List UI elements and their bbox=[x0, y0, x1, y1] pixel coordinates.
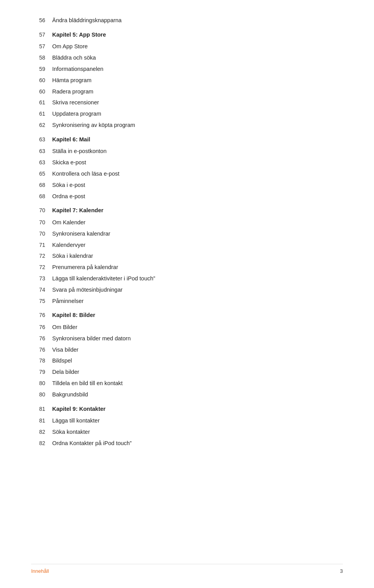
toc-item-ch5-5: 61Skriva recensioner bbox=[31, 98, 343, 107]
top-text: Ändra bläddringsknapparna bbox=[52, 16, 122, 25]
chapter-title-ch7: Kapitel 7: Kalender bbox=[52, 206, 103, 215]
item-page-num-ch7-7: 75 bbox=[31, 297, 45, 306]
item-text-ch6-2: Kontrollera och läsa e-post bbox=[52, 169, 120, 179]
item-text-ch5-0: Om App Store bbox=[52, 42, 88, 51]
toc-item-ch6-4: 68Ordna e-post bbox=[31, 192, 343, 201]
item-page-num-ch6-4: 68 bbox=[31, 192, 45, 201]
item-page-num-ch5-0: 57 bbox=[31, 42, 45, 51]
toc-item-ch8-4: 79Dela bilder bbox=[31, 367, 343, 377]
chapter-title-ch5: Kapitel 5: App Store bbox=[52, 30, 106, 40]
toc-item-ch7-1: 70Synkronisera kalendrar bbox=[31, 229, 343, 239]
item-page-num-ch5-2: 59 bbox=[31, 65, 45, 74]
toc-item-ch5-4: 60Radera program bbox=[31, 87, 343, 97]
toc-item-ch6-0: 63Ställa in e-postkonton bbox=[31, 146, 343, 156]
item-page-num-ch8-2: 76 bbox=[31, 345, 45, 355]
page-container: 56 Ändra bläddringsknapparna 57Kapitel 5… bbox=[0, 0, 374, 473]
toc-item-ch7-3: 72Söka i kalendrar bbox=[31, 251, 343, 261]
toc-item-ch9-1: 82Söka kontakter bbox=[31, 427, 343, 437]
toc-item-ch5-3: 60Hämta program bbox=[31, 76, 343, 85]
item-page-num-ch7-3: 72 bbox=[31, 252, 45, 261]
item-text-ch7-4: Prenumerera på kalendrar bbox=[52, 262, 118, 272]
item-text-ch9-0: Lägga till kontakter bbox=[52, 416, 100, 426]
item-page-num-ch7-5: 73 bbox=[31, 274, 45, 283]
toc-item-ch5-6: 61Uppdatera program bbox=[31, 109, 343, 119]
item-text-ch6-4: Ordna e-post bbox=[52, 192, 85, 201]
item-page-num-ch8-6: 80 bbox=[31, 390, 45, 400]
toc-item-ch8-0: 76Om Bilder bbox=[31, 322, 343, 332]
chapter-heading-ch7: 70Kapitel 7: Kalender bbox=[31, 205, 343, 216]
item-page-num-ch8-1: 76 bbox=[31, 334, 45, 343]
item-page-num-ch9-0: 81 bbox=[31, 416, 45, 426]
toc-item-ch9-0: 81Lägga till kontakter bbox=[31, 416, 343, 426]
toc-item-ch5-2: 59Informationspanelen bbox=[31, 64, 343, 74]
toc-item-ch8-3: 78Bildspel bbox=[31, 356, 343, 366]
item-page-num-ch5-4: 60 bbox=[31, 87, 45, 97]
item-page-num-ch8-4: 79 bbox=[31, 368, 45, 377]
chapter-heading-ch8: 76Kapitel 8: Bilder bbox=[31, 310, 343, 321]
item-text-ch8-5: Tilldela en bild till en kontakt bbox=[52, 379, 123, 388]
item-page-num-ch6-2: 65 bbox=[31, 169, 45, 179]
toc-item-ch7-4: 72Prenumerera på kalendrar bbox=[31, 262, 343, 272]
item-text-ch5-7: Synkronisering av köpta program bbox=[52, 120, 135, 130]
item-text-ch9-1: Söka kontakter bbox=[52, 427, 90, 437]
chapter-title-ch6: Kapitel 6: Mail bbox=[52, 135, 90, 144]
item-page-num-ch5-5: 61 bbox=[31, 98, 45, 107]
toc-item-ch7-7: 75Påminnelser bbox=[31, 296, 343, 306]
toc-item-ch7-2: 71Kalendervyer bbox=[31, 240, 343, 250]
chapter-title-ch9: Kapitel 9: Kontakter bbox=[52, 404, 106, 414]
toc-item-ch7-5: 73Lägga till kalenderaktiviteter i iPod … bbox=[31, 274, 343, 283]
item-page-num-ch8-3: 78 bbox=[31, 356, 45, 366]
item-page-num-ch8-0: 76 bbox=[31, 323, 45, 332]
item-page-num-ch9-2: 82 bbox=[31, 439, 45, 448]
toc-item-ch5-0: 57Om App Store bbox=[31, 42, 343, 51]
item-text-ch5-1: Bläddra och söka bbox=[52, 53, 96, 63]
item-page-num-ch6-1: 63 bbox=[31, 158, 45, 167]
footer-label: Innehåll bbox=[31, 568, 49, 574]
item-text-ch5-6: Uppdatera program bbox=[52, 109, 101, 119]
toc-item-ch6-2: 65Kontrollera och läsa e-post bbox=[31, 169, 343, 179]
footer-page-num: 3 bbox=[340, 568, 343, 574]
item-page-num-ch7-4: 72 bbox=[31, 263, 45, 272]
chapter-page-num-ch8: 76 bbox=[31, 311, 45, 320]
chapters-container: 57Kapitel 5: App Store57Om App Store58Bl… bbox=[31, 29, 343, 448]
chapter-heading-ch5: 57Kapitel 5: App Store bbox=[31, 29, 343, 40]
toc-item-ch6-3: 68Söka i e-post bbox=[31, 180, 343, 190]
item-page-num-ch7-0: 70 bbox=[31, 218, 45, 227]
item-text-ch6-0: Ställa in e-postkonton bbox=[52, 146, 106, 156]
item-text-ch5-2: Informationspanelen bbox=[52, 64, 103, 74]
toc-item-ch5-7: 62Synkronisering av köpta program bbox=[31, 120, 343, 130]
item-text-ch7-6: Svara på mötesinbjudningar bbox=[52, 285, 123, 295]
item-text-ch9-2: Ordna Kontakter på iPod touch” bbox=[52, 438, 132, 448]
item-page-num-ch6-0: 63 bbox=[31, 147, 45, 156]
toc-top-entry: 56 Ändra bläddringsknapparna bbox=[31, 16, 343, 25]
item-text-ch7-1: Synkronisera kalendrar bbox=[52, 229, 110, 239]
item-page-num-ch7-2: 71 bbox=[31, 241, 45, 250]
item-text-ch8-2: Visa bilder bbox=[52, 345, 78, 355]
item-page-num-ch5-3: 60 bbox=[31, 76, 45, 85]
chapter-title-ch8: Kapitel 8: Bilder bbox=[52, 310, 95, 320]
item-text-ch7-0: Om Kalender bbox=[52, 218, 85, 227]
chapter-heading-ch9: 81Kapitel 9: Kontakter bbox=[31, 403, 343, 415]
toc-item-ch5-1: 58Bläddra och söka bbox=[31, 53, 343, 63]
toc-item-ch8-2: 76Visa bilder bbox=[31, 345, 343, 355]
footer: Innehåll 3 bbox=[31, 564, 343, 574]
chapter-page-num-ch9: 81 bbox=[31, 405, 45, 414]
item-text-ch8-6: Bakgrundsbild bbox=[52, 390, 88, 400]
chapter-page-num-ch7: 70 bbox=[31, 206, 45, 215]
toc-item-ch8-6: 80Bakgrundsbild bbox=[31, 390, 343, 400]
top-page-num: 56 bbox=[31, 16, 45, 25]
item-text-ch7-2: Kalendervyer bbox=[52, 240, 85, 250]
item-text-ch7-3: Söka i kalendrar bbox=[52, 251, 93, 261]
toc-item-ch6-1: 63Skicka e-post bbox=[31, 158, 343, 167]
item-page-num-ch9-1: 82 bbox=[31, 428, 45, 437]
chapter-page-num-ch5: 57 bbox=[31, 30, 45, 40]
chapter-page-num-ch6: 63 bbox=[31, 135, 45, 144]
item-text-ch6-1: Skicka e-post bbox=[52, 158, 86, 167]
toc-item-ch7-6: 74Svara på mötesinbjudningar bbox=[31, 285, 343, 295]
item-text-ch7-7: Påminnelser bbox=[52, 296, 84, 306]
item-page-num-ch5-6: 61 bbox=[31, 109, 45, 119]
toc-item-ch9-2: 82Ordna Kontakter på iPod touch” bbox=[31, 438, 343, 448]
item-page-num-ch8-5: 80 bbox=[31, 379, 45, 388]
item-text-ch6-3: Söka i e-post bbox=[52, 180, 85, 190]
item-text-ch8-0: Om Bilder bbox=[52, 322, 77, 332]
